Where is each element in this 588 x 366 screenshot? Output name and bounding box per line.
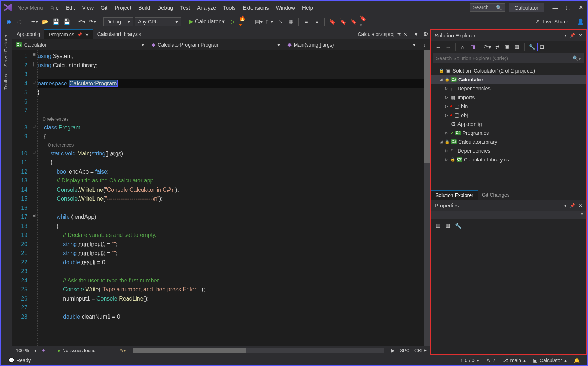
start-no-debug-button[interactable]: ▷ <box>228 17 238 26</box>
menu-tools[interactable]: Tools <box>219 3 239 12</box>
vertical-scrollbar[interactable] <box>424 50 430 346</box>
code-editor[interactable]: 1234567891011121314151617181920212223242… <box>12 50 430 346</box>
tree-node-calculator[interactable]: ◢🔒C#Calculator <box>431 75 586 84</box>
menu-window[interactable]: Window <box>272 3 298 12</box>
expand-icon[interactable]: ▷ <box>445 113 449 117</box>
home-icon[interactable]: ⌂ <box>459 43 467 51</box>
status-errors[interactable]: ↑0 / 0▾ <box>457 357 482 363</box>
nav-member[interactable]: ◉Main(string[] args)▾ <box>284 39 419 50</box>
bookmark-clear-icon[interactable]: 🔖▾ <box>360 17 369 26</box>
alphabetical-icon[interactable]: ▦ <box>444 222 452 230</box>
back-icon[interactable]: ← <box>434 43 443 51</box>
menu-file[interactable]: File <box>47 3 62 12</box>
status-branch[interactable]: ⎇main▴ <box>500 357 529 363</box>
bookmark-prev-icon[interactable]: 🔖 <box>338 17 348 26</box>
menu-git[interactable]: Git <box>97 3 111 12</box>
solution-search-input[interactable] <box>436 55 572 61</box>
bookmark-icon[interactable]: 🔖 <box>328 17 337 26</box>
expand-icon[interactable]: ◢ <box>439 140 443 144</box>
start-debug-button[interactable]: ▶Calculator▾ <box>187 17 227 26</box>
properties-icon[interactable]: 🔧 <box>528 43 536 51</box>
pin-icon[interactable]: 📌 <box>570 33 575 38</box>
new-item-button[interactable]: ✦▾ <box>30 17 39 26</box>
tree-node-dependencies[interactable]: ▷⬚Dependencies <box>431 146 586 155</box>
tab-overflow-icon[interactable]: ▾ <box>412 30 421 39</box>
menu-debug[interactable]: Debug <box>154 3 176 12</box>
tree-node-calculatorlibrary-cs[interactable]: ▷🔒C#CalculatorLibrary.cs <box>431 155 586 164</box>
bookmark-next-icon[interactable]: 🔖 <box>349 17 358 26</box>
close-panel-icon[interactable]: ✕ <box>579 203 582 208</box>
tree-node-dependencies[interactable]: ▷⬚Dependencies <box>431 84 586 93</box>
expand-icon[interactable]: ▷ <box>445 104 449 108</box>
tool-dropdown[interactable]: ⬚▾ <box>265 17 274 26</box>
server-explorer-tab[interactable]: Server Explorer <box>1 31 11 70</box>
show-all-files-icon[interactable]: ▦ <box>513 43 521 51</box>
tree-node-calculatorlibrary[interactable]: ◢🔒C#CalculatorLibrary <box>431 137 586 146</box>
solution-tree[interactable]: 🔒▣Solution 'Calculator' (2 of 2 projects… <box>431 65 586 190</box>
forward-icon[interactable]: → <box>444 43 452 51</box>
tab-app-config[interactable]: App.config <box>12 29 44 39</box>
properties-wrench-icon[interactable]: 🔧 <box>454 222 462 230</box>
titlebar-search[interactable]: Search... 🔍 <box>470 3 505 12</box>
save-button[interactable]: 💾 <box>51 17 60 26</box>
browser-link-button[interactable]: ▤▾ <box>254 17 264 26</box>
zoom-level[interactable]: 100 % <box>16 348 29 353</box>
close-window-button[interactable]: ✕ <box>578 4 584 11</box>
undo-button[interactable]: ↶▾ <box>77 17 86 26</box>
menu-view[interactable]: View <box>79 3 97 12</box>
panel-dropdown-icon[interactable]: ▾ <box>564 203 566 208</box>
indentation-mode[interactable]: SPC <box>400 348 409 353</box>
notifications-icon[interactable]: 🔔 <box>571 357 583 363</box>
tree-node-bin[interactable]: ▷▢bin <box>431 102 586 111</box>
sync-icon[interactable]: ⟳▾ <box>483 43 492 51</box>
titlebar-project[interactable]: Calculator <box>509 3 544 12</box>
menu-help[interactable]: Help <box>298 3 317 12</box>
toolbox-tab[interactable]: Toolbox <box>1 70 11 93</box>
tab-settings-icon[interactable]: ⚙ <box>421 30 430 39</box>
menu-analyze[interactable]: Analyze <box>194 3 219 12</box>
menu-project[interactable]: Project <box>111 3 135 12</box>
class-view-icon[interactable]: ▦ <box>286 17 296 26</box>
expand-icon[interactable]: ▷ <box>445 158 449 161</box>
status-repo[interactable]: ▣Calculator▴ <box>530 357 570 363</box>
close-panel-icon[interactable]: ✕ <box>579 33 582 38</box>
line-ending[interactable]: CRLF <box>414 348 427 353</box>
expand-icon[interactable]: ▷ <box>445 149 449 153</box>
close-icon[interactable]: ✕ <box>403 32 407 37</box>
open-button[interactable]: 📂 <box>41 17 50 26</box>
save-all-button[interactable]: 💾 <box>62 17 71 26</box>
tab-git-changes[interactable]: Git Changes <box>478 190 514 200</box>
account-icon[interactable]: 👤 <box>577 18 584 25</box>
split-editor-icon[interactable]: ↕ <box>419 39 430 50</box>
pin-icon[interactable]: 📌 <box>570 203 575 208</box>
menu-new-menu[interactable]: New Menu <box>14 3 47 12</box>
nav-class[interactable]: ◆CalculatorProgram.Program▾ <box>148 39 284 50</box>
expand-icon[interactable]: ▷ <box>445 95 449 99</box>
indent-icon[interactable]: ≡ <box>312 17 322 26</box>
filter-icon[interactable]: ⇄ <box>493 43 502 51</box>
pin-icon[interactable]: 📌 <box>77 32 82 37</box>
tab-calc-library[interactable]: CalculatorLibrary.cs <box>93 29 145 39</box>
tree-node-obj[interactable]: ▷▢obj <box>431 111 586 120</box>
expand-icon[interactable]: ▷ <box>445 86 449 90</box>
expand-icon[interactable]: ▷ <box>445 131 449 135</box>
switch-views-icon[interactable]: ◨ <box>468 43 477 51</box>
expand-icon[interactable]: ◢ <box>439 78 443 81</box>
tree-node-program-cs[interactable]: ▷✔C#Program.cs <box>431 128 586 137</box>
preview-selected-icon[interactable]: ⊟ <box>537 43 546 51</box>
categorized-icon[interactable]: ▤ <box>434 222 443 230</box>
preview-icon[interactable]: ⇆ <box>397 32 401 37</box>
platform-combo[interactable]: Any CPU▾ <box>135 17 181 26</box>
tab-program-cs[interactable]: Program.cs 📌 ✕ <box>44 29 93 39</box>
intellicode-icon[interactable]: ↘ <box>276 17 285 26</box>
chevron-down-icon[interactable]: ▾ <box>578 211 586 217</box>
back-button[interactable]: ◉ <box>4 17 13 26</box>
issues-text[interactable]: No issues found <box>62 348 95 353</box>
tree-node-app-config[interactable]: ⚙App.config <box>431 120 586 128</box>
maximize-button[interactable]: ▢ <box>565 4 571 11</box>
live-share-button[interactable]: Live Share <box>543 18 568 25</box>
tab-csproj[interactable]: Calculator.csproj ⇆ ✕ <box>354 31 412 37</box>
menu-edit[interactable]: Edit <box>62 3 79 12</box>
nav-project[interactable]: C#Calculator▾ <box>12 39 148 50</box>
menu-build[interactable]: Build <box>135 3 154 12</box>
